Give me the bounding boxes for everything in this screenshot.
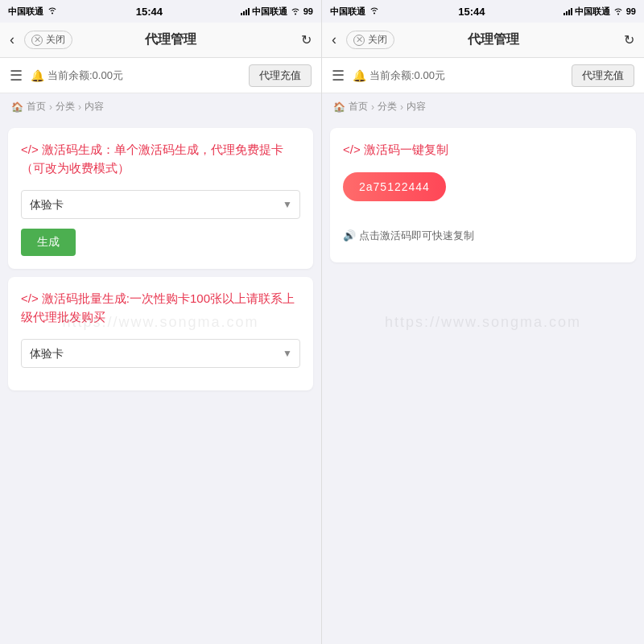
bar4 bbox=[248, 8, 250, 15]
close-x-icon-right: ✕ bbox=[353, 35, 365, 46]
nav-bar-right: ‹ ✕ 关闭 代理管理 ↻ bbox=[322, 23, 644, 58]
balance-area-left: 🔔 当前余额:0.00元 bbox=[31, 68, 241, 83]
copy-hint: 🔊 点击激活码即可快速复制 bbox=[343, 222, 623, 250]
bar2 bbox=[243, 11, 245, 15]
refresh-icon-right[interactable]: ↻ bbox=[624, 32, 634, 47]
card-single-title: </> 激活码生成：单个激活码生成，代理免费提卡（可改为收费模式） bbox=[21, 141, 300, 177]
bell-icon-right: 🔔 bbox=[353, 69, 366, 82]
time-left: 15:44 bbox=[136, 6, 163, 18]
signal-bars-right bbox=[564, 7, 572, 15]
balance-text-left: 当前余额:0.00元 bbox=[47, 68, 123, 83]
wifi-icon-right bbox=[369, 6, 380, 16]
carrier-right: 中国联通 bbox=[330, 6, 365, 18]
sep2-left: › bbox=[78, 101, 81, 113]
recharge-button-left[interactable]: 代理充值 bbox=[249, 64, 312, 87]
status-right-right: 中国联通 99 bbox=[564, 6, 636, 18]
home-icon-right: 🏠 bbox=[333, 101, 345, 113]
status-left-right: 中国联通 bbox=[330, 6, 380, 18]
card-copy-code: </> 激活码一键复制 2a75122444 🔊 点击激活码即可快速复制 bbox=[330, 128, 636, 262]
breadcrumb-home-right[interactable]: 首页 bbox=[349, 100, 368, 114]
close-x-icon-left: ✕ bbox=[31, 35, 43, 46]
wifi-icon-left bbox=[47, 6, 58, 16]
content-area-right: </> 激活码一键复制 2a75122444 🔊 点击激活码即可快速复制 bbox=[322, 120, 644, 644]
left-panel: 中国联通 15:44 中国联通 99 ‹ bbox=[0, 0, 322, 644]
wifi-icon-right2 bbox=[613, 7, 624, 15]
battery-right: 99 bbox=[626, 6, 636, 16]
breadcrumb-left: 🏠 首页 › 分类 › 内容 bbox=[0, 93, 321, 120]
card-single-gen: </> 激活码生成：单个激活码生成，代理免费提卡（可改为收费模式） 体验卡 月卡… bbox=[8, 128, 313, 269]
menu-icon-right[interactable]: ☰ bbox=[332, 67, 345, 85]
bell-icon-left: 🔔 bbox=[31, 69, 44, 82]
refresh-icon-left[interactable]: ↻ bbox=[301, 32, 312, 47]
carrier-right2: 中国联通 bbox=[575, 6, 610, 18]
generate-button[interactable]: 生成 bbox=[21, 229, 76, 256]
card-type-select-single[interactable]: 体验卡 月卡 季卡 年卡 bbox=[21, 190, 300, 219]
back-button-right[interactable]: ‹ bbox=[332, 31, 336, 48]
battery-left: 99 bbox=[303, 6, 313, 16]
breadcrumb-category-left[interactable]: 分类 bbox=[56, 100, 75, 114]
toolbar-right: ☰ 🔔 当前余额:0.00元 代理充值 bbox=[322, 58, 644, 93]
breadcrumb-category-right[interactable]: 分类 bbox=[378, 100, 397, 114]
nav-bar-left: ‹ ✕ 关闭 代理管理 ↻ bbox=[0, 23, 321, 58]
rbar4 bbox=[571, 8, 572, 15]
status-left: 中国联通 bbox=[8, 6, 58, 18]
sep1-right: › bbox=[371, 101, 374, 113]
time-right: 15:44 bbox=[458, 6, 485, 18]
content-area-left: </> 激活码生成：单个激活码生成，代理免费提卡（可改为收费模式） 体验卡 月卡… bbox=[0, 120, 321, 644]
signal-bars-left bbox=[241, 7, 250, 15]
card-type-select-batch[interactable]: 体验卡 月卡 季卡 年卡 bbox=[21, 339, 300, 368]
nav-title-right: 代理管理 bbox=[369, 31, 617, 48]
activation-code-button[interactable]: 2a75122444 bbox=[343, 172, 446, 201]
home-icon-left: 🏠 bbox=[11, 101, 23, 113]
status-bar-right: 中国联通 15:44 中国联通 99 bbox=[322, 0, 644, 23]
carrier-right-left: 中国联通 bbox=[252, 6, 287, 18]
right-panel: 中国联通 15:44 中国联通 99 ‹ bbox=[322, 0, 644, 644]
back-button-left[interactable]: ‹ bbox=[10, 31, 14, 48]
breadcrumb-right: 🏠 首页 › 分类 › 内容 bbox=[322, 93, 644, 120]
card-batch-title: </> 激活码批量生成:一次性购卡100张以上请联系上级代理批发购买 bbox=[21, 290, 300, 326]
card-copy-title: </> 激活码一键复制 bbox=[343, 141, 623, 159]
rbar2 bbox=[566, 11, 568, 15]
carrier-left: 中国联通 bbox=[8, 6, 43, 18]
nav-title-left: 代理管理 bbox=[47, 31, 295, 48]
rbar3 bbox=[568, 10, 570, 15]
recharge-button-right[interactable]: 代理充值 bbox=[572, 64, 634, 87]
sep2-right: › bbox=[400, 101, 403, 113]
sep1-left: › bbox=[49, 101, 52, 113]
breadcrumb-content-left[interactable]: 内容 bbox=[85, 100, 104, 114]
card-batch-select-wrapper: 体验卡 月卡 季卡 年卡 ▼ bbox=[21, 339, 300, 368]
bar1 bbox=[241, 13, 242, 15]
breadcrumb-content-right[interactable]: 内容 bbox=[407, 100, 426, 114]
bar3 bbox=[246, 10, 247, 15]
toolbar-left: ☰ 🔔 当前余额:0.00元 代理充值 bbox=[0, 58, 321, 93]
rbar1 bbox=[564, 13, 565, 15]
balance-area-right: 🔔 当前余额:0.00元 bbox=[353, 68, 564, 83]
wifi-icon-left2 bbox=[290, 7, 301, 15]
activation-code-wrapper: 2a75122444 bbox=[343, 172, 623, 211]
status-right-left: 中国联通 99 bbox=[241, 6, 313, 18]
balance-text-right: 当前余额:0.00元 bbox=[369, 68, 445, 83]
breadcrumb-home-left[interactable]: 首页 bbox=[27, 100, 46, 114]
card-batch-gen: </> 激活码批量生成:一次性购卡100张以上请联系上级代理批发购买 体验卡 月… bbox=[8, 277, 313, 390]
card-single-select-wrapper: 体验卡 月卡 季卡 年卡 ▼ bbox=[21, 190, 300, 219]
menu-icon-left[interactable]: ☰ bbox=[10, 67, 23, 85]
status-bar-left: 中国联通 15:44 中国联通 99 bbox=[0, 0, 321, 23]
